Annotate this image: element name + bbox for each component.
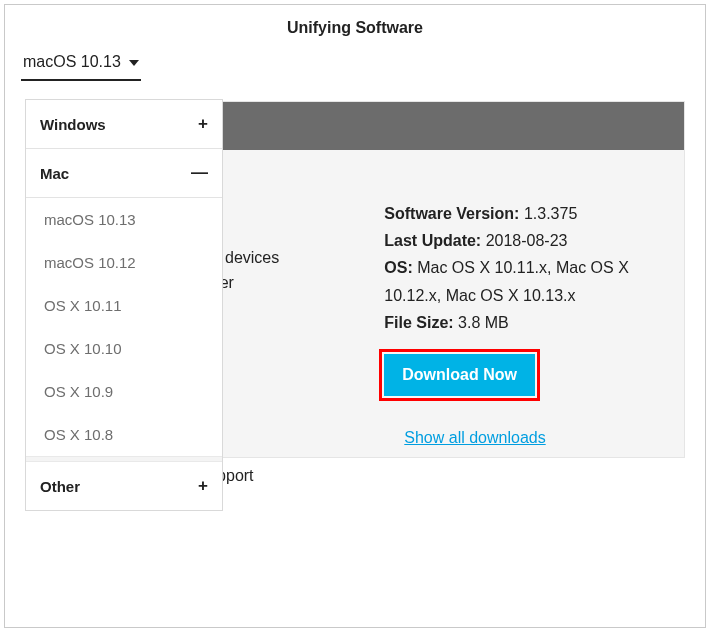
os-group-label: Windows xyxy=(40,116,106,133)
minus-icon: — xyxy=(191,163,208,183)
os-dropdown: Windows + Mac — macOS 10.13 macOS 10.12 … xyxy=(25,99,223,511)
meta-os: OS: Mac OS X 10.11.x, Mac OS X 10.12.x, … xyxy=(384,254,670,308)
meta-updated: Last Update: 2018-08-23 xyxy=(384,227,670,254)
os-option[interactable]: OS X 10.9 xyxy=(26,370,222,413)
os-group-mac[interactable]: Mac — xyxy=(26,149,222,198)
os-group-mac-items: macOS 10.13 macOS 10.12 OS X 10.11 OS X … xyxy=(26,198,222,456)
os-group-label: Mac xyxy=(40,165,69,182)
os-option[interactable]: macOS 10.13 xyxy=(26,198,222,241)
show-all-downloads-link[interactable]: Show all downloads xyxy=(404,424,545,451)
meta-size: File Size: 3.8 MB xyxy=(384,309,670,336)
os-selector-label: macOS 10.13 xyxy=(23,53,121,71)
os-group-other[interactable]: Other + xyxy=(26,462,222,510)
os-group-label: Other xyxy=(40,478,80,495)
os-option[interactable]: OS X 10.8 xyxy=(26,413,222,456)
chevron-down-icon xyxy=(129,60,139,66)
os-group-windows[interactable]: Windows + xyxy=(26,100,222,149)
page-title: Unifying Software xyxy=(5,5,705,47)
os-option[interactable]: OS X 10.11 xyxy=(26,284,222,327)
plus-icon: + xyxy=(198,114,208,134)
os-selector[interactable]: macOS 10.13 xyxy=(21,47,141,81)
os-option[interactable]: OS X 10.10 xyxy=(26,327,222,370)
meta-version: Software Version: 1.3.375 xyxy=(384,200,670,227)
os-option[interactable]: macOS 10.12 xyxy=(26,241,222,284)
plus-icon: + xyxy=(198,476,208,496)
download-button[interactable]: Download Now xyxy=(384,354,535,396)
